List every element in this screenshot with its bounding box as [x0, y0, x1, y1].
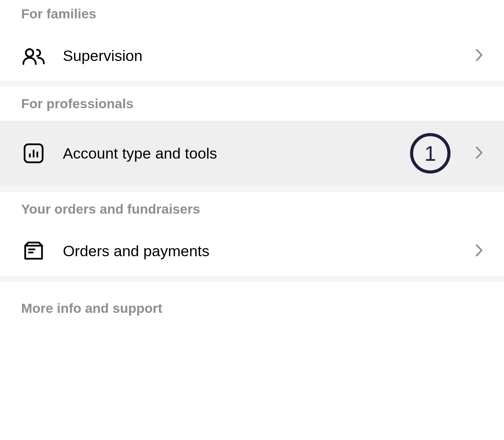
chart-icon — [21, 141, 46, 166]
svg-point-0 — [26, 49, 33, 57]
section-header-families: For families — [0, 0, 504, 31]
item-label-orders-payments: Orders and payments — [63, 242, 475, 260]
item-label-supervision: Supervision — [63, 47, 475, 64]
section-divider — [0, 276, 504, 282]
section-orders-fundraisers: Your orders and fundraisers Orders and p… — [0, 192, 504, 276]
section-divider — [0, 81, 504, 87]
annotation-badge-number: 1 — [424, 143, 436, 164]
item-label-account-type-tools: Account type and tools — [63, 145, 410, 162]
chevron-right-icon — [475, 49, 483, 63]
section-header-more-info-support: More info and support — [0, 282, 504, 325]
list-item-account-type-tools[interactable]: Account type and tools 1 — [0, 121, 504, 186]
package-icon — [21, 239, 46, 263]
section-professionals: For professionals Account type and tools… — [0, 87, 504, 186]
list-item-supervision[interactable]: Supervision — [0, 31, 504, 81]
section-header-professionals: For professionals — [0, 87, 504, 121]
chevron-right-icon — [475, 146, 483, 160]
section-families: For families Supervision — [0, 0, 504, 81]
list-item-orders-payments[interactable]: Orders and payments — [0, 226, 504, 276]
section-divider — [0, 186, 504, 192]
section-more-info-support: More info and support — [0, 282, 504, 325]
section-header-orders-fundraisers: Your orders and fundraisers — [0, 192, 504, 226]
people-icon — [21, 43, 46, 68]
annotation-badge: 1 — [410, 133, 450, 174]
chevron-right-icon — [475, 244, 483, 258]
